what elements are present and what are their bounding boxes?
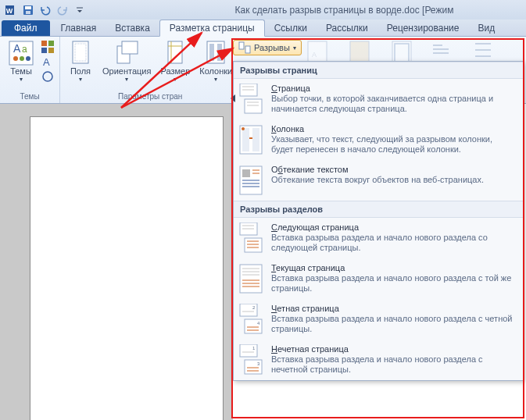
- svg-text:A: A: [312, 51, 317, 59]
- tab-insert[interactable]: Вставка: [106, 20, 159, 36]
- menu-item-page-break[interactable]: Страница Выбор точки, в которой заканчив…: [234, 79, 523, 119]
- menu-item-title: Следующая страница: [271, 222, 517, 232]
- quick-access-toolbar: W: [3, 2, 88, 18]
- svg-rect-40: [475, 55, 491, 57]
- menu-item-desc: Вставка разрыва раздела и начало нового …: [271, 273, 517, 294]
- svg-point-9: [13, 56, 18, 61]
- margins-button[interactable]: Поля▾: [65, 38, 96, 91]
- tab-review[interactable]: Рецензирование: [378, 20, 469, 36]
- menu-item-title: Четная страница: [271, 304, 517, 313]
- tab-home[interactable]: Главная: [52, 20, 106, 36]
- default-marker-icon: [231, 94, 235, 102]
- breaks-label: Разрывы: [254, 43, 290, 52]
- group-themes: Aa Темы ▾ A Темы: [0, 37, 60, 103]
- column-break-icon: [238, 124, 263, 155]
- even-page-icon: 24: [238, 304, 263, 335]
- next-page-icon: [238, 222, 263, 254]
- page-break-icon: [238, 84, 263, 115]
- menu-item-title: Обтекание текстом: [271, 165, 517, 174]
- group-page-setup-label: Параметры стран: [65, 91, 235, 103]
- document-title: Как сделать разрыв страницы в ворде.doc …: [88, 5, 523, 16]
- svg-point-50: [242, 127, 245, 130]
- svg-text:A: A: [13, 42, 21, 55]
- group-page-setup: Поля▾ Ориентация▾ Размер▾ Колонки▾ Парам…: [60, 37, 240, 103]
- svg-text:A: A: [43, 56, 50, 68]
- document-area: [0, 104, 233, 420]
- word-app-icon[interactable]: W: [3, 2, 19, 18]
- margins-label: Поля: [70, 66, 91, 76]
- menu-item-even-page[interactable]: 24 Четная страница Вставка разрыва разде…: [234, 299, 523, 340]
- svg-point-17: [43, 72, 52, 81]
- svg-rect-26: [209, 44, 214, 61]
- svg-rect-49: [252, 128, 259, 151]
- menu-item-desc: Выбор точки, в которой заканчивается одн…: [271, 94, 517, 114]
- svg-rect-29: [245, 46, 250, 53]
- group-themes-label: Темы: [5, 91, 55, 103]
- svg-rect-13: [48, 41, 54, 46]
- menu-item-column-break[interactable]: Колонка Указывает, что текст, следующий …: [234, 119, 523, 160]
- undo-icon[interactable]: [38, 2, 53, 18]
- svg-rect-48: [242, 128, 249, 151]
- menu-item-text-wrapping-break[interactable]: Обтекание текстом Обтекание текста вокру…: [234, 160, 523, 201]
- chevron-down-icon: ▾: [20, 76, 23, 83]
- tab-file[interactable]: Файл: [2, 20, 50, 36]
- orientation-label: Ориентация: [102, 66, 151, 76]
- menu-item-next-page[interactable]: Следующая страница Вставка разрыва разде…: [234, 218, 523, 258]
- svg-rect-3: [25, 6, 31, 9]
- breaks-button[interactable]: Разрывы ▾: [233, 40, 302, 55]
- menu-item-title: Текущая страница: [271, 263, 517, 272]
- svg-rect-39: [475, 49, 491, 51]
- size-button[interactable]: Размер▾: [157, 38, 193, 91]
- menu-item-title: Колонка: [271, 124, 517, 133]
- svg-rect-42: [245, 99, 262, 113]
- size-label: Размер: [160, 66, 190, 76]
- dropdown-header-page-breaks: Разрывы страниц: [234, 62, 523, 79]
- ribbon-tabstrip: Файл Главная Вставка Разметка страницы С…: [0, 20, 526, 37]
- odd-page-icon: 13: [238, 344, 263, 376]
- svg-rect-15: [48, 48, 54, 53]
- text-wrap-break-icon: [238, 165, 263, 196]
- tab-page-layout[interactable]: Разметка страницы: [159, 20, 265, 37]
- svg-point-10: [20, 56, 24, 61]
- menu-item-desc: Вставка разрыва раздела и начало нового …: [271, 314, 517, 334]
- chevron-down-icon: ▾: [293, 44, 296, 52]
- menu-item-desc: Указывает, что текст, следующий за разры…: [271, 134, 517, 155]
- svg-text:a: a: [22, 44, 27, 55]
- svg-rect-4: [26, 11, 30, 14]
- menu-item-continuous[interactable]: Текущая страница Вставка разрыва раздела…: [234, 258, 523, 299]
- orientation-button[interactable]: Ориентация▾: [99, 38, 154, 91]
- menu-item-title: Нечетная страница: [271, 344, 517, 354]
- svg-rect-22: [168, 41, 182, 63]
- tab-mailings[interactable]: Рассылки: [317, 20, 378, 36]
- menu-item-desc: Вставка разрыва раздела и начало нового …: [271, 233, 517, 253]
- svg-rect-37: [433, 52, 449, 54]
- svg-rect-52: [242, 169, 250, 177]
- breaks-icon: [238, 41, 251, 54]
- theme-colors-icon[interactable]: [41, 40, 55, 54]
- theme-effects-icon[interactable]: [41, 69, 55, 84]
- theme-fonts-icon[interactable]: A: [41, 55, 55, 69]
- continuous-icon: [238, 263, 263, 294]
- document-page[interactable]: [30, 116, 224, 420]
- svg-rect-61: [245, 238, 262, 252]
- save-icon[interactable]: [20, 2, 36, 18]
- menu-item-desc: Обтекание текста вокруг объектов на веб-…: [271, 175, 517, 185]
- svg-rect-28: [239, 42, 244, 49]
- svg-rect-27: [217, 44, 222, 61]
- menu-item-desc: Вставка разрыва раздела и начало нового …: [271, 354, 517, 375]
- menu-item-odd-page[interactable]: 13 Нечетная страница Вставка разрыва раз…: [234, 340, 523, 380]
- tab-view[interactable]: Вид: [468, 20, 504, 36]
- tab-references[interactable]: Ссылки: [265, 20, 317, 36]
- columns-button[interactable]: Колонки▾: [196, 38, 235, 91]
- themes-button[interactable]: Aa Темы ▾: [5, 38, 38, 91]
- svg-rect-38: [475, 43, 491, 44]
- svg-rect-21: [122, 41, 138, 54]
- svg-text:W: W: [6, 7, 13, 15]
- menu-item-title: Страница: [271, 84, 517, 93]
- redo-icon[interactable]: [55, 2, 70, 18]
- titlebar: W Как сделать разрыв страницы в ворде.do…: [0, 0, 526, 20]
- svg-rect-35: [433, 44, 442, 46]
- qat-customize-icon[interactable]: [72, 2, 88, 18]
- svg-rect-36: [433, 48, 449, 50]
- themes-label: Темы: [10, 66, 32, 76]
